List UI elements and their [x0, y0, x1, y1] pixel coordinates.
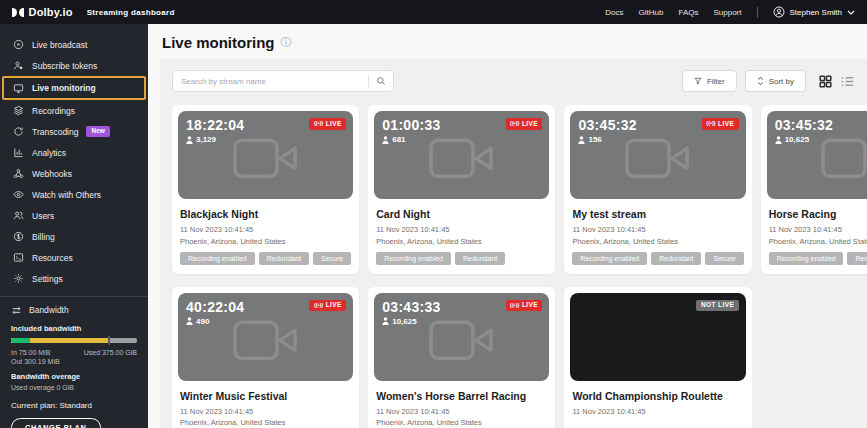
search-box [172, 70, 394, 92]
chevron-down-icon [847, 10, 855, 15]
stream-card[interactable]: 40:22:04 490 ((•)) LIVE Winter Music Fes… [172, 287, 359, 428]
sidebar-item-label: Analytics [32, 148, 66, 158]
resources-icon [12, 252, 24, 264]
grid-view-icon[interactable] [818, 74, 833, 89]
stream-card[interactable]: 18:22:04 3,129 ((•)) LIVE Blackjack Nigh… [172, 105, 359, 274]
stream-thumbnail[interactable]: 01:00:33 681 ((•)) LIVE [374, 111, 549, 199]
info-icon[interactable]: ⓘ [281, 37, 292, 48]
broadcast-waves-icon: ((•)) [510, 303, 519, 309]
bandwidth-progress-bar [11, 338, 137, 343]
viewer-person-icon [186, 136, 193, 144]
live-status-badge: ((•)) LIVE [506, 300, 543, 312]
viewer-person-icon [382, 136, 389, 144]
bandwidth-bar-marker [108, 336, 110, 345]
stream-card[interactable]: 03:43:33 10,625 ((•)) LIVE Women's Horse… [368, 287, 555, 428]
stream-title[interactable]: Winter Music Festival [180, 390, 351, 402]
sidebar-item-webhooks[interactable]: Webhooks [0, 163, 148, 184]
broadcast-waves-icon: ((•)) [314, 121, 323, 127]
user-menu[interactable]: Stephen Smith [773, 6, 855, 18]
sidebar-item-analytics[interactable]: Analytics [0, 142, 148, 163]
nav-link-github[interactable]: GitHub [639, 8, 664, 17]
stream-card[interactable]: 03:45:32 10,625 ((•)) LIVE Horse Racing … [761, 105, 867, 274]
user-name: Stephen Smith [790, 8, 842, 17]
stream-tag: Redundant [847, 252, 867, 265]
filter-button[interactable]: Filter [682, 70, 737, 92]
sidebar-item-label: Settings [32, 274, 63, 284]
stream-thumbnail[interactable]: 03:45:32 156 ((•)) LIVE [570, 111, 745, 199]
nav-link-support[interactable]: Support [713, 8, 741, 17]
sidebar-item-label: Watch with Others [32, 190, 101, 200]
bandwidth-header: Bandwidth [11, 305, 137, 315]
search-icon[interactable] [369, 76, 393, 86]
new-badge: New [86, 126, 109, 137]
sidebar-item-label: Live monitoring [32, 83, 96, 93]
sidebar-item-label: Transcoding [32, 127, 78, 137]
app-name: Streaming dashboard [87, 8, 175, 17]
bandwidth-bar-green [11, 338, 30, 343]
viewer-person-icon [578, 136, 585, 144]
sidebar-item-settings[interactable]: Settings [0, 268, 148, 289]
sort-by-button[interactable]: Sort by [745, 70, 806, 92]
list-view-icon[interactable] [840, 74, 855, 89]
stream-tag: Recording enabled [376, 252, 451, 265]
stream-location: Phoenix, Arizona, United States [769, 237, 867, 246]
stream-thumbnail[interactable]: 03:43:33 10,625 ((•)) LIVE [374, 293, 549, 381]
stream-thumbnail[interactable]: NOT LIVE [570, 293, 745, 381]
change-plan-button[interactable]: CHANGE PLAN [11, 418, 101, 428]
divider [0, 296, 148, 297]
sidebar-item-label: Billing [32, 232, 55, 242]
stream-thumbnail[interactable]: 03:45:32 10,625 ((•)) LIVE [767, 111, 867, 199]
stream-thumbnail[interactable]: 40:22:04 490 ((•)) LIVE [178, 293, 353, 381]
top-bar: Dolby.io Streaming dashboard Docs GitHub… [0, 0, 867, 24]
sidebar-item-label: Live broadcast [32, 40, 87, 50]
sidebar-item-transcoding[interactable]: Transcoding New [0, 121, 148, 142]
broadcast-waves-icon: ((•)) [314, 303, 323, 309]
sidebar-item-subscribe-tokens[interactable]: Subscribe tokens [0, 55, 148, 76]
sidebar-item-label: Recordings [32, 106, 75, 116]
nav-link-faqs[interactable]: FAQs [678, 8, 698, 17]
bandwidth-overage-value: Used overage 0 GiB [11, 384, 137, 391]
stream-tag: Redundant [455, 252, 505, 265]
sidebar-item-users[interactable]: Users [0, 205, 148, 226]
layers-icon [12, 105, 24, 117]
search-input[interactable] [173, 77, 368, 86]
nav-link-docs[interactable]: Docs [605, 8, 623, 17]
stream-title[interactable]: My test stream [572, 208, 743, 220]
sidebar-item-label: Users [32, 211, 54, 221]
stream-tags: Recording enabledRedundantSecure [769, 252, 867, 265]
stream-card[interactable]: NOT LIVE World Championship Roulette 11 … [564, 287, 751, 428]
sidebar-item-billing[interactable]: Billing [0, 226, 148, 247]
transcode-icon [12, 126, 24, 138]
stream-date: 11 Nov 2023 10:41:45 [376, 225, 547, 234]
live-status-badge: NOT LIVE [696, 300, 738, 312]
transfer-arrows-icon [11, 306, 22, 315]
analytics-icon [12, 147, 24, 159]
dolby-logo[interactable]: Dolby.io [12, 6, 73, 18]
stream-card[interactable]: 03:45:32 156 ((•)) LIVE My test stream 1… [564, 105, 751, 274]
stream-title[interactable]: World Championship Roulette [572, 390, 743, 402]
camera-icon [429, 319, 495, 361]
sidebar-item-resources[interactable]: Resources [0, 247, 148, 268]
sidebar-item-live-monitoring[interactable]: Live monitoring [2, 76, 146, 100]
bandwidth-out-value: Out 300.19 MiB [11, 358, 137, 365]
sidebar-item-live-broadcast[interactable]: Live broadcast [0, 34, 148, 55]
stream-card[interactable]: 01:00:33 681 ((•)) LIVE Card Night 11 No… [368, 105, 555, 274]
filter-button-label: Filter [707, 77, 725, 86]
camera-icon [429, 137, 495, 179]
stream-title[interactable]: Card Night [376, 208, 547, 220]
camera-icon [233, 319, 299, 361]
stream-title[interactable]: Horse Racing [769, 208, 867, 220]
sidebar-item-watch-with-others[interactable]: Watch with Others [0, 184, 148, 205]
live-status-badge: ((•)) LIVE [309, 300, 346, 312]
stream-title[interactable]: Blackjack Night [180, 208, 351, 220]
users-icon [12, 210, 24, 222]
stream-tag: Secure [313, 252, 351, 265]
stream-tag: Recording enabled [769, 252, 844, 265]
stream-tags: Recording enabledRedundantSecure [572, 252, 743, 265]
stream-thumbnail[interactable]: 18:22:04 3,129 ((•)) LIVE [178, 111, 353, 199]
stream-tag: Redundant [651, 252, 701, 265]
sidebar-item-recordings[interactable]: Recordings [0, 100, 148, 121]
included-bandwidth-label: Included bandwidth [11, 324, 137, 333]
camera-icon [625, 137, 691, 179]
stream-title[interactable]: Women's Horse Barrel Racing [376, 390, 547, 402]
